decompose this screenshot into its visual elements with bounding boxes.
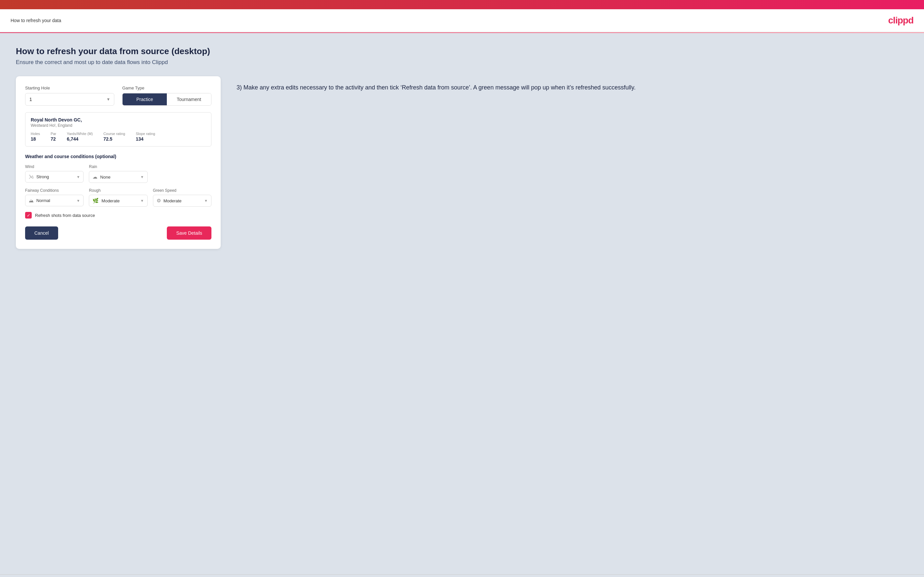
header-title: How to refresh your data — [11, 18, 61, 23]
refresh-label: Refresh shots from data source — [35, 213, 95, 218]
rain-chevron-icon: ▼ — [141, 175, 144, 179]
green-col: Green Speed ⚙ Moderate ▼ — [153, 188, 212, 206]
fairway-chevron-icon: ▼ — [76, 199, 80, 203]
course-stats: Holes 18 Par 72 Yards/White (M) 6,744 Co… — [31, 132, 206, 142]
stat-course-rating-label: Course rating — [103, 132, 125, 136]
top-bar — [0, 0, 924, 9]
rain-icon: ☁ — [92, 174, 97, 180]
green-icon: ⚙ — [157, 198, 161, 204]
rain-select[interactable]: ☁ None ▼ — [89, 171, 147, 183]
stat-course-rating: Course rating 72.5 — [103, 132, 125, 142]
top-form-row: Starting Hole 1 ▼ Game Type Practice Tou… — [25, 85, 212, 106]
footer: Copyright Clippd 2022 — [0, 574, 924, 577]
green-select[interactable]: ⚙ Moderate ▼ — [153, 195, 212, 206]
wind-label: Wind — [25, 164, 84, 169]
rain-label: Rain — [89, 164, 147, 169]
rain-value: None — [100, 175, 135, 180]
rain-col: Rain ☁ None ▼ — [89, 164, 147, 183]
stat-course-rating-value: 72.5 — [103, 136, 125, 142]
stat-holes: Holes 18 — [31, 132, 40, 142]
fairway-rough-green-row: Fairway Conditions ⛰ Normal ▼ Rough 🌿 Mo… — [25, 188, 212, 206]
green-label: Green Speed — [153, 188, 212, 193]
rough-icon: 🌿 — [92, 198, 99, 204]
rough-value: Moderate — [102, 198, 135, 203]
stat-yards-value: 6,744 — [67, 136, 93, 142]
conditions-heading: Weather and course conditions (optional) — [25, 154, 212, 159]
fairway-col: Fairway Conditions ⛰ Normal ▼ — [25, 188, 84, 206]
action-row: Cancel Save Details — [25, 226, 212, 240]
page-heading: How to refresh your data from source (de… — [16, 46, 908, 56]
stat-slope-rating-value: 134 — [136, 136, 155, 142]
stat-par: Par 72 — [50, 132, 56, 142]
fairway-select[interactable]: ⛰ Normal ▼ — [25, 195, 84, 206]
wind-rain-row: Wind 🌬 Strong ▼ Rain ☁ None ▼ — [25, 164, 212, 183]
rough-label: Rough — [89, 188, 147, 193]
wind-chevron-icon: ▼ — [76, 175, 80, 179]
tournament-toggle-btn[interactable]: Tournament — [167, 93, 211, 105]
starting-hole-label: Starting Hole — [25, 85, 114, 90]
refresh-checkbox-row[interactable]: ✓ Refresh shots from data source — [25, 212, 212, 219]
side-note-text: 3) Make any extra edits necessary to the… — [236, 83, 908, 92]
fairway-label: Fairway Conditions — [25, 188, 84, 193]
wind-icon: 🌬 — [29, 174, 34, 180]
practice-toggle-btn[interactable]: Practice — [123, 93, 167, 105]
course-location: Westward Ho!, England — [31, 123, 206, 128]
empty-col — [153, 164, 212, 183]
content-area: How to refresh your data from source (de… — [0, 33, 924, 574]
header: How to refresh your data clippd — [0, 9, 924, 32]
side-note: 3) Make any extra edits necessary to the… — [236, 76, 908, 92]
logo: clippd — [888, 15, 913, 26]
fairway-icon: ⛰ — [29, 198, 34, 203]
page-subheading: Ensure the correct and most up to date d… — [16, 59, 908, 66]
cancel-button[interactable]: Cancel — [25, 226, 58, 240]
rough-select[interactable]: 🌿 Moderate ▼ — [89, 195, 147, 206]
stat-par-label: Par — [50, 132, 56, 136]
course-info-box: Royal North Devon GC, Westward Ho!, Engl… — [25, 112, 212, 147]
wind-col: Wind 🌬 Strong ▼ — [25, 164, 84, 183]
game-type-label: Game Type — [122, 85, 212, 90]
stat-holes-label: Holes — [31, 132, 40, 136]
fairway-value: Normal — [36, 198, 71, 203]
course-name: Royal North Devon GC, — [31, 117, 206, 122]
game-type-toggle: Practice Tournament — [122, 93, 212, 106]
stat-yards: Yards/White (M) 6,744 — [67, 132, 93, 142]
main-layout: Starting Hole 1 ▼ Game Type Practice Tou… — [16, 76, 908, 249]
green-value: Moderate — [163, 198, 199, 203]
starting-hole-col: Starting Hole 1 ▼ — [25, 85, 114, 106]
checkmark-icon: ✓ — [27, 213, 31, 218]
stat-par-value: 72 — [50, 136, 56, 142]
starting-hole-input[interactable]: 1 — [25, 93, 114, 106]
stat-holes-value: 18 — [31, 136, 40, 142]
save-button[interactable]: Save Details — [167, 226, 212, 240]
wind-select[interactable]: 🌬 Strong ▼ — [25, 171, 84, 182]
starting-hole-select[interactable]: 1 ▼ — [25, 93, 114, 106]
rough-col: Rough 🌿 Moderate ▼ — [89, 188, 147, 206]
green-chevron-icon: ▼ — [204, 199, 208, 203]
form-card: Starting Hole 1 ▼ Game Type Practice Tou… — [16, 76, 221, 249]
refresh-checkbox[interactable]: ✓ — [25, 212, 32, 219]
wind-value: Strong — [36, 174, 71, 179]
game-type-col: Game Type Practice Tournament — [122, 85, 212, 106]
stat-slope-rating: Slope rating 134 — [136, 132, 155, 142]
rough-chevron-icon: ▼ — [141, 199, 144, 203]
stat-slope-rating-label: Slope rating — [136, 132, 155, 136]
stat-yards-label: Yards/White (M) — [67, 132, 93, 136]
